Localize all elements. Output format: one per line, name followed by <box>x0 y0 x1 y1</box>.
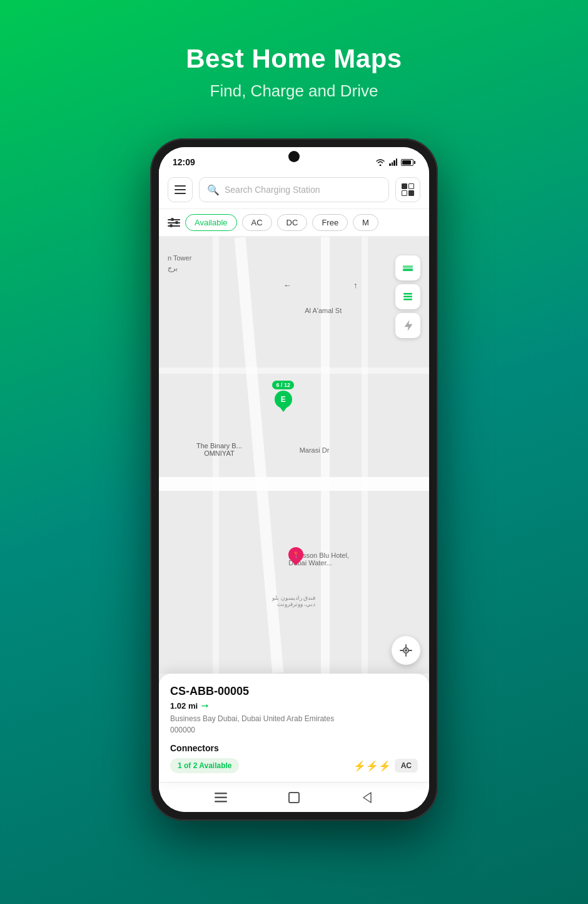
charge-info-btn[interactable] <box>395 313 420 338</box>
svg-marker-15 <box>363 793 371 803</box>
marker-badge: 6 / 12 <box>272 381 294 389</box>
marker-green: E <box>275 391 292 408</box>
map-label-marasi: Marasi Dr <box>300 446 330 454</box>
svg-rect-1 <box>403 269 413 271</box>
map-layers-btn[interactable] <box>395 255 420 280</box>
navigate-icon[interactable]: ➙ <box>201 701 209 711</box>
filter-chip-available[interactable]: Available <box>185 214 237 231</box>
svg-rect-13 <box>215 801 227 803</box>
svg-rect-12 <box>215 796 227 798</box>
top-bar: 🔍 Search Charging Station <box>159 171 429 209</box>
map-arrow-right: ↑ <box>353 280 358 290</box>
station-address: Business Bay Dubai, Dubai United Arab Em… <box>170 713 418 736</box>
svg-rect-3 <box>403 296 412 298</box>
map-side-buttons <box>395 255 420 338</box>
svg-rect-14 <box>289 793 299 803</box>
svg-rect-2 <box>403 293 412 295</box>
nav-home-btn[interactable] <box>281 785 307 810</box>
connector-type: ⚡⚡⚡ AC <box>353 759 418 773</box>
filter-chip-free[interactable]: Free <box>312 214 348 231</box>
connectors-label: Connectors <box>170 743 418 753</box>
wifi-icon <box>375 158 385 166</box>
availability-badge: 1 of 2 Available <box>170 758 239 773</box>
list-view-btn[interactable] <box>395 284 420 309</box>
hamburger-icon <box>175 185 186 194</box>
nav-menu-btn[interactable] <box>208 785 233 810</box>
status-bar: 12:09 <box>159 147 429 171</box>
search-icon: 🔍 <box>207 184 220 196</box>
filter-chip-m[interactable]: M <box>353 214 378 231</box>
hero-title: Best Home Maps <box>186 44 402 74</box>
nav-back-btn[interactable] <box>355 785 380 810</box>
nav-bar <box>159 782 429 812</box>
svg-rect-0 <box>403 265 413 268</box>
map-label-radisson-ar: فندق راديسون بلودبي، ووترفرونت <box>272 595 315 607</box>
map-background: n Tower برج Al A'amal St ← ↑ The Binary … <box>159 237 429 674</box>
station-card: CS-ABB-00005 1.02 mi ➙ Business Bay Duba… <box>159 674 429 782</box>
map-label-tower: n Tower <box>168 254 191 262</box>
svg-rect-4 <box>403 299 412 300</box>
charging-station-marker[interactable]: 6 / 12 E <box>272 381 294 408</box>
phone-screen: 12:09 <box>159 147 429 812</box>
pink-marker-icon: 📍 <box>285 544 307 565</box>
qr-button[interactable] <box>395 177 420 202</box>
signal-icon <box>389 158 397 166</box>
qr-icon <box>402 183 414 196</box>
map-area[interactable]: n Tower برج Al A'amal St ← ↑ The Binary … <box>159 237 429 674</box>
connectors-row: 1 of 2 Available ⚡⚡⚡ AC <box>170 758 418 773</box>
camera-notch <box>288 151 300 162</box>
map-arrow-left: ← <box>283 280 291 290</box>
filter-chip-dc[interactable]: DC <box>277 214 308 231</box>
search-placeholder: Search Charging Station <box>225 185 320 195</box>
my-location-btn[interactable] <box>392 636 420 665</box>
filter-adjust-icon[interactable] <box>168 219 180 227</box>
phone-mockup: 12:09 <box>150 138 438 821</box>
menu-button[interactable] <box>168 177 193 202</box>
map-label-street: Al A'amal St <box>305 307 342 314</box>
map-label-tower-ar: برج <box>168 264 178 272</box>
filter-chip-ac[interactable]: AC <box>242 214 272 231</box>
svg-point-10 <box>405 649 407 652</box>
connector-power-icon: ⚡⚡⚡ <box>353 760 391 772</box>
connector-ac-label: AC <box>395 759 418 773</box>
map-place-binary: The Binary B...OMNIYAT <box>196 442 242 457</box>
search-bar[interactable]: 🔍 Search Charging Station <box>199 177 389 202</box>
status-time: 12:09 <box>173 157 195 167</box>
station-id: CS-ABB-00005 <box>170 685 418 698</box>
hero-subtitle: Find, Charge and Drive <box>210 81 378 101</box>
status-icons <box>375 158 415 166</box>
battery-icon <box>401 159 415 166</box>
location-marker[interactable]: 📍 <box>288 547 303 566</box>
distance-row: 1.02 mi ➙ <box>170 701 418 711</box>
distance-value: 1.02 mi <box>170 701 198 711</box>
filter-row: Available AC DC Free M <box>159 209 429 237</box>
svg-rect-11 <box>215 793 227 794</box>
